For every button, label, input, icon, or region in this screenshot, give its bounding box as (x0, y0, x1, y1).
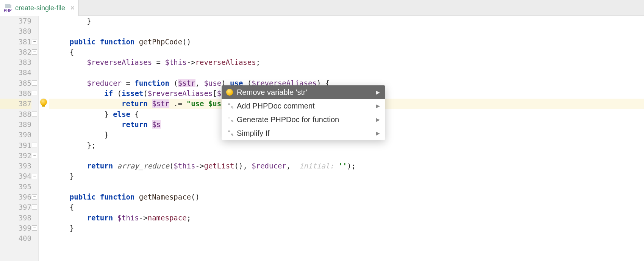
fold-toggle-icon[interactable] (32, 225, 37, 231)
line-number: 391 (0, 140, 31, 151)
line-number: 387 (0, 99, 31, 109)
submenu-arrow-icon: ▶ (376, 103, 380, 109)
line-number: 388 (0, 109, 31, 119)
code-line: } (49, 223, 644, 233)
tab-bar: PHP create-single-file × (0, 0, 644, 16)
submenu-arrow-icon: ▶ (376, 116, 380, 123)
fold-toggle-icon[interactable] (32, 112, 37, 117)
code-line: return array_reduce($this->getList(), $r… (49, 161, 644, 171)
fold-toggle-icon[interactable] (32, 143, 37, 148)
fold-toggle-icon[interactable] (32, 204, 37, 210)
intention-item[interactable]: Add PHPDoc comment▶ (222, 99, 385, 113)
intention-icon (226, 102, 233, 109)
code-line: } (49, 171, 644, 181)
fold-toggle-icon[interactable] (32, 174, 37, 179)
line-number: 400 (0, 233, 31, 244)
line-number: 393 (0, 161, 31, 171)
intention-icon (226, 116, 233, 123)
php-file-icon: PHP (4, 4, 12, 12)
code-line (49, 151, 644, 161)
editor: 3793803813823833843853863873883893903913… (0, 16, 644, 261)
fold-toggle-icon[interactable] (32, 49, 37, 55)
tab-bar-rest (79, 0, 644, 16)
line-number: 395 (0, 182, 31, 192)
intention-item[interactable]: Remove variable 'str'▶ (222, 85, 385, 99)
intention-item[interactable]: Simplify If▶ (222, 126, 385, 140)
code-line: { (49, 47, 644, 57)
code-area[interactable]: } public function getPhpCode() { $revers… (49, 16, 644, 261)
line-number: 386 (0, 88, 31, 99)
line-number: 394 (0, 171, 31, 181)
intention-icon (226, 130, 233, 137)
code-line (49, 68, 644, 78)
line-number: 399 (0, 223, 31, 233)
submenu-arrow-icon: ▶ (376, 89, 380, 95)
code-line: } (49, 16, 644, 26)
line-number: 382 (0, 47, 31, 57)
line-number: 392 (0, 151, 31, 161)
code-line: public function getPhpCode() (49, 37, 644, 47)
submenu-arrow-icon: ▶ (376, 130, 380, 136)
code-line: return $this->namespace; (49, 213, 644, 223)
fold-toggle-icon[interactable] (32, 194, 37, 200)
code-line (49, 182, 644, 192)
code-line (49, 26, 644, 36)
intention-label: Remove variable 'str' (237, 88, 307, 97)
line-number: 389 (0, 119, 31, 130)
line-number: 384 (0, 68, 31, 78)
line-number: 396 (0, 192, 31, 202)
close-tab-icon[interactable]: × (68, 4, 75, 12)
fold-gutter (39, 16, 49, 261)
code-line: { (49, 202, 644, 212)
line-number: 379 (0, 16, 31, 26)
fold-toggle-icon[interactable] (32, 153, 37, 158)
line-number: 390 (0, 130, 31, 140)
line-number: 380 (0, 26, 31, 36)
tab-label: create-single-file (15, 4, 65, 12)
intention-label: Simplify If (237, 129, 270, 138)
fold-toggle-icon[interactable] (32, 80, 37, 86)
intention-label: Add PHPDoc comment (237, 102, 315, 110)
line-number: 397 (0, 202, 31, 212)
fold-toggle-icon[interactable] (32, 39, 37, 44)
fold-toggle-icon[interactable] (32, 91, 37, 96)
code-line: }; (49, 140, 644, 151)
line-number: 381 (0, 37, 31, 47)
intention-bulb-icon[interactable] (40, 99, 47, 105)
line-number: 383 (0, 57, 31, 68)
code-line: public function getNamespace() (49, 192, 644, 202)
intention-item[interactable]: Generate PHPDoc for function▶ (222, 113, 385, 126)
php-badge: PHP (3, 8, 13, 13)
line-number: 398 (0, 213, 31, 223)
intention-label: Generate PHPDoc for function (237, 115, 339, 124)
file-tab[interactable]: PHP create-single-file × (0, 0, 79, 16)
code-line: $reverseAliases = $this->reverseAliases; (49, 57, 644, 68)
line-number: 385 (0, 78, 31, 88)
intention-popup: Remove variable 'str'▶Add PHPDoc comment… (222, 85, 385, 140)
bulb-icon (226, 89, 233, 96)
code-line (49, 233, 644, 244)
